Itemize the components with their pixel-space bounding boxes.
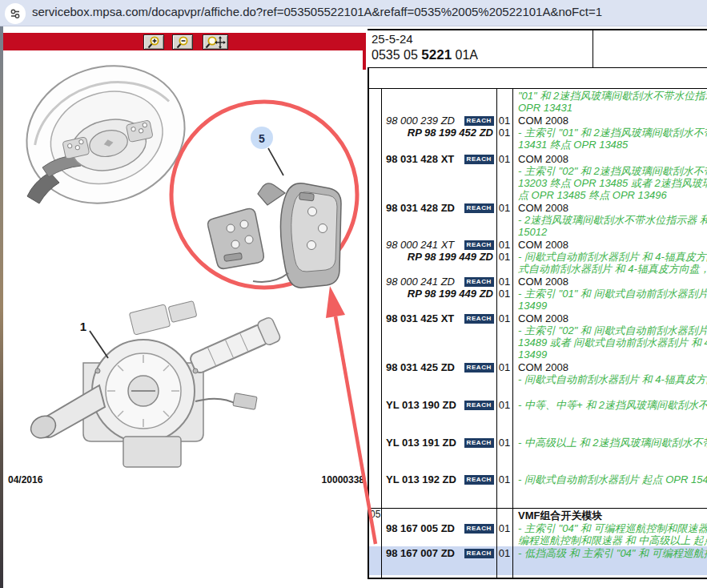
table-row[interactable]: YL 013 190 ZDREACH 01 - 中等、中等+ 和 2速挡风玻璃间…	[369, 398, 707, 436]
reach-badge[interactable]: REACH	[464, 549, 494, 558]
part-number: 98 000 239 ZD	[386, 115, 455, 127]
part-number: 98 167 005 ZD	[386, 522, 455, 534]
part-number: 98 031 428 ZD	[386, 202, 455, 214]
column-switch-illustration	[27, 300, 282, 467]
section-header-row: 05 VMF组合开关模块	[369, 508, 707, 522]
callout-5-leader-line	[268, 148, 283, 175]
part-number: YL 013 190 ZD	[386, 399, 456, 411]
sheet-reference: 0535 05 5221 01A	[372, 47, 478, 63]
table-row-selected[interactable]: 98 167 007 ZDREACH 01 - 低挡高级 和 主索引 "04" …	[369, 546, 707, 575]
table-row[interactable]: YL 013 191 ZDREACH 01 - 中高级以上 和 2速挡风玻璃间歇…	[369, 436, 707, 473]
part-number: 98 031 425 XT	[386, 312, 454, 324]
parts-table: "01" 和 2速挡风玻璃间歇刮水不带水位指示器 和 4-OPR 13431 9…	[369, 88, 707, 579]
callout-5-hotspot[interactable]: 5	[251, 127, 273, 149]
reach-badge[interactable]: REACH	[464, 314, 494, 324]
wheel-switch-pods-illustration	[208, 183, 341, 288]
servicebox-page: servicebox.mpsa.com/docapvpr/affiche.do?…	[0, 0, 707, 588]
reach-badge[interactable]: REACH	[464, 240, 494, 250]
replacement-part-number: RP 98 199 449 ZD	[386, 288, 494, 300]
replacement-part-number: RP 98 199 449 ZD	[386, 251, 494, 263]
reach-badge[interactable]: REACH	[464, 438, 494, 448]
reach-badge[interactable]: REACH	[464, 155, 494, 164]
header-divider	[593, 30, 593, 67]
callout-1-label[interactable]: 1	[80, 320, 86, 333]
steering-wheel-illustration	[9, 46, 203, 224]
reach-badge[interactable]: REACH	[464, 116, 494, 126]
part-number: YL 013 192 ZD	[386, 473, 456, 485]
parts-table-panel: 25-5-24 0535 05 5221 01A "01" 和 2速挡风玻璃间歇…	[368, 26, 707, 588]
section-index: 05	[369, 509, 381, 522]
table-row[interactable]: YL 013 192 ZDREACH 01 - 间歇式自动前刮水器刮片 起点 O…	[369, 473, 707, 508]
reach-badge[interactable]: REACH	[464, 475, 494, 485]
part-number: 98 000 241 ZD	[386, 276, 455, 288]
site-permissions-icon	[5, 3, 26, 24]
sheet-header: 25-5-24 0535 05 5221 01A	[368, 29, 707, 68]
section-title: VMF组合开关模块	[518, 509, 707, 522]
callout-1-leader-line	[90, 331, 108, 358]
parts-diagram-panel: 5	[3, 26, 366, 588]
browser-url-bar[interactable]: servicebox.mpsa.com/docapvpr/affiche.do?…	[0, 0, 707, 26]
reach-badge[interactable]: REACH	[464, 277, 494, 287]
table-row[interactable]: 98 031 428 XTREACH 01 COM 2008- 主索引 "02"…	[369, 152, 707, 201]
part-number: 98 031 425 ZD	[386, 361, 455, 373]
table-row[interactable]: 98 000 241 ZDREACH RP 98 199 449 ZD 0101…	[369, 275, 707, 312]
reach-badge[interactable]: REACH	[464, 363, 494, 373]
part-number: 98 167 007 ZD	[386, 547, 455, 559]
replacement-part-number: RP 98 199 452 ZD	[386, 127, 494, 139]
table-row[interactable]: 98 000 241 XTREACH RP 98 199 449 ZD 0101…	[369, 238, 707, 275]
site-info-button[interactable]	[5, 3, 26, 24]
drawing-number-label: 10000338	[322, 474, 364, 485]
callout-5-label: 5	[259, 132, 265, 145]
table-row[interactable]: 98 031 428 ZDREACH 01 COM 2008- 2速挡风玻璃间歇…	[369, 201, 707, 238]
reach-badge[interactable]: REACH	[464, 524, 494, 534]
url-text[interactable]: servicebox.mpsa.com/docapvpr/affiche.do?…	[32, 5, 602, 18]
table-row[interactable]: 98 031 425 ZDREACH 01 COM 2008- 间歇式自动前刮水…	[369, 360, 707, 398]
reach-badge[interactable]: REACH	[464, 203, 494, 213]
table-row[interactable]: 98 031 425 XTREACH 01 COM 2008- 主索引 "02"…	[369, 312, 707, 360]
sheet-date: 25-5-24	[372, 32, 413, 46]
revision-date-label: 04/2016	[8, 474, 42, 485]
part-number: 98 000 241 XT	[386, 239, 454, 251]
part-number: 98 031 428 XT	[386, 153, 454, 165]
table-row[interactable]: 98 000 239 ZDREACH RP 98 199 452 ZD 0101…	[369, 114, 707, 152]
table-row[interactable]: 98 167 005 ZDREACH 01 - 主索引 "04" 和 可编程巡航…	[369, 522, 707, 546]
table-row[interactable]: "01" 和 2速挡风玻璃间歇刮水不带水位指示器 和 4-OPR 13431	[369, 89, 707, 114]
reach-badge[interactable]: REACH	[464, 401, 494, 410]
part-number: YL 013 191 ZD	[386, 437, 456, 449]
technical-illustration: 5	[3, 26, 366, 588]
